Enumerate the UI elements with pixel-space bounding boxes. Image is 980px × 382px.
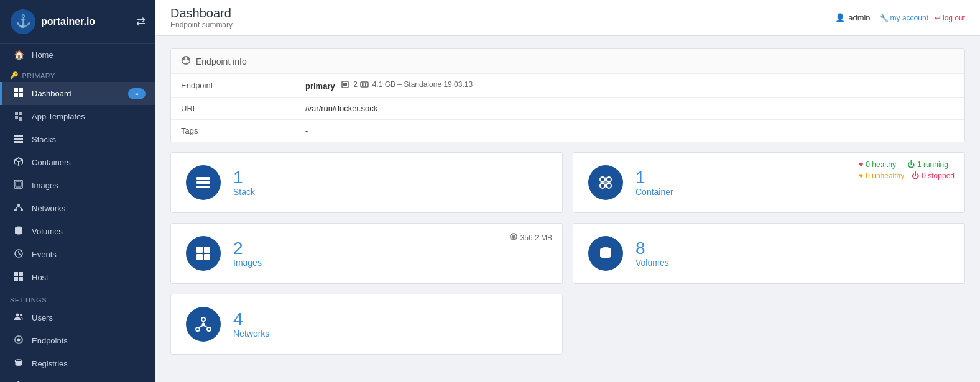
my-account-link[interactable]: 🔧 my account — [879, 14, 928, 22]
log-out-link[interactable]: ↩ log out — [935, 14, 965, 22]
sidebar-item-registries[interactable]: Registries — [0, 352, 155, 375]
sidebar-toggle-icon[interactable]: ⇄ — [136, 15, 146, 29]
tags-row: Tags - — [171, 120, 964, 142]
containers-label: Container — [636, 187, 950, 197]
svg-point-50 — [196, 327, 200, 331]
url-row: URL /var/run/docker.sock — [171, 98, 964, 120]
topbar-title-area: Dashboard Endpoint summary — [170, 6, 233, 29]
images-count: 2 — [233, 239, 547, 258]
stacks-count: 1 — [233, 168, 547, 188]
networks-count: 4 — [233, 310, 547, 329]
images-label: Images — [233, 258, 547, 268]
sidebar-settings-label: SETTINGS — [0, 289, 155, 306]
sidebar-item-images[interactable]: Images — [0, 174, 155, 197]
svg-point-15 — [21, 209, 23, 211]
containers-stats: ♥ 0 healthy ⏻ 1 running ♥ 0 unhealthy ⏻ … — [859, 160, 955, 180]
sidebar-item-home[interactable]: 🏠 Home — [0, 44, 155, 65]
svg-rect-38 — [196, 181, 210, 184]
images-card-icon — [186, 236, 221, 271]
endpoint-row: Endpoint primary 2 4.1 GB – Standalone 1… — [171, 74, 964, 98]
volumes-label: Volumes — [636, 258, 950, 268]
svg-rect-4 — [14, 93, 18, 97]
url-value: /var/run/docker.sock — [295, 98, 964, 120]
svg-point-42 — [600, 183, 605, 188]
admin-icon: 👤 — [835, 13, 845, 22]
volumes-icon — [12, 225, 25, 237]
images-card-info: 2 Images — [233, 239, 547, 268]
svg-line-55 — [203, 325, 208, 328]
sidebar-primary-label: 🔑 PRIMARY — [0, 65, 155, 82]
svg-rect-9 — [14, 138, 23, 140]
sidebar-item-endpoints[interactable]: Endpoints — [0, 329, 155, 352]
sidebar-item-events[interactable]: Events — [0, 243, 155, 266]
sidebar-item-stacks[interactable]: Stacks — [0, 128, 155, 151]
unhealthy-stat: ♥ 0 unhealthy ⏻ 0 stopped — [859, 171, 955, 180]
volumes-count: 8 — [636, 239, 950, 258]
sidebar: ⚓ portainer.io ⇄ 🏠 Home 🔑 PRIMARY Dashbo… — [0, 0, 155, 382]
svg-point-43 — [606, 183, 611, 188]
sidebar-item-users[interactable]: Users — [0, 306, 155, 329]
topbar-links: 🔧 my account ↩ log out — [879, 14, 965, 22]
endpoints-icon — [12, 335, 25, 347]
images-card[interactable]: 2 Images 356.2 MB — [170, 223, 563, 284]
svg-text:≡: ≡ — [135, 91, 138, 97]
volumes-card-icon — [588, 236, 623, 271]
stacks-label: Stack — [233, 187, 547, 197]
svg-rect-37 — [196, 177, 210, 180]
sidebar-item-containers[interactable]: Containers — [0, 151, 155, 174]
dashboard-icon — [12, 88, 25, 99]
url-label: URL — [171, 98, 295, 120]
containers-card[interactable]: 1 Container ♥ 0 healthy ⏻ 1 running ♥ 0 … — [573, 152, 965, 213]
svg-rect-24 — [14, 277, 18, 281]
svg-line-21 — [19, 253, 21, 255]
cards-grid: 1 Stack 1 Container ♥ 0 healthy ⏻ — [170, 152, 965, 355]
sidebar-logo: ⚓ portainer.io ⇄ — [0, 0, 155, 44]
healthy-stat: ♥ 0 healthy ⏻ 1 running — [859, 160, 955, 169]
content-area: Endpoint info Endpoint primary 2 — [155, 36, 980, 382]
svg-line-54 — [198, 325, 203, 328]
sidebar-item-host[interactable]: Host — [0, 266, 155, 289]
volumes-card[interactable]: 8 Volumes — [573, 223, 965, 284]
endpoint-info-panel: Endpoint info Endpoint primary 2 — [170, 48, 965, 142]
svg-rect-22 — [14, 272, 18, 276]
svg-point-27 — [20, 314, 22, 316]
networks-label: Networks — [233, 329, 547, 339]
networks-card-icon — [186, 307, 221, 342]
logo-text: portainer.io — [41, 16, 95, 27]
svg-rect-10 — [14, 141, 23, 143]
healthy-count: 0 healthy — [866, 160, 896, 169]
home-icon: 🏠 — [12, 50, 25, 60]
stacks-card[interactable]: 1 Stack — [170, 152, 563, 213]
svg-point-26 — [16, 314, 19, 317]
svg-point-52 — [202, 323, 205, 326]
svg-rect-39 — [196, 186, 210, 188]
logout-icon: ↩ — [935, 14, 941, 22]
endpoint-info-title: Endpoint info — [196, 57, 247, 66]
svg-rect-32 — [343, 83, 347, 86]
sidebar-item-app-templates[interactable]: App Templates — [0, 105, 155, 128]
wrench-icon: 🔧 — [879, 14, 889, 22]
svg-rect-45 — [204, 247, 210, 253]
unhealthy-heart-icon: ♥ — [859, 171, 863, 180]
svg-rect-8 — [14, 135, 23, 137]
endpoint-info-body: Endpoint primary 2 4.1 GB – Standalone 1… — [171, 74, 964, 142]
sidebar-item-networks[interactable]: Networks — [0, 197, 155, 220]
svg-rect-2 — [14, 88, 18, 92]
containers-icon — [12, 157, 25, 168]
endpoint-cpu-icon: 2 — [341, 80, 358, 89]
app-templates-icon — [12, 111, 25, 122]
svg-text:⚓: ⚓ — [16, 14, 31, 29]
tags-value: - — [295, 120, 964, 142]
endpoint-value: primary 2 4.1 GB – Standalone 19.03.13 — [295, 74, 964, 98]
svg-line-17 — [19, 206, 22, 209]
portainer-logo-icon: ⚓ — [10, 9, 36, 35]
page-title: Dashboard — [170, 6, 233, 20]
sidebar-item-dashboard[interactable]: Dashboard ≡ — [0, 82, 155, 105]
sidebar-item-volumes[interactable]: Volumes — [0, 220, 155, 243]
main-content: Dashboard Endpoint summary 👤 admin 🔧 my … — [155, 0, 980, 382]
networks-card[interactable]: 4 Networks — [170, 294, 563, 355]
topbar-right: 👤 admin 🔧 my account ↩ log out — [835, 13, 965, 22]
endpoint-name: primary — [305, 81, 335, 91]
sidebar-item-settings[interactable]: Settings — [0, 375, 155, 382]
stopped-power-icon: ⏻ — [912, 171, 919, 180]
